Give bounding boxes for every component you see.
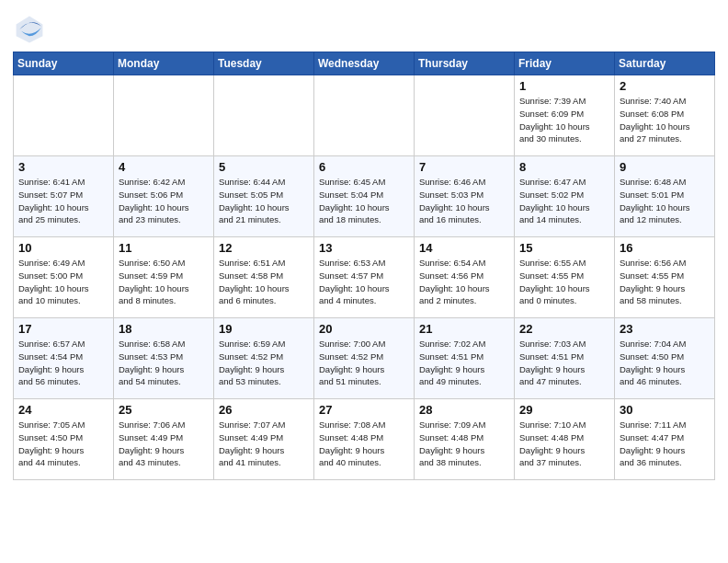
- day-number: 1: [519, 79, 609, 93]
- day-info: Sunrise: 6:49 AM Sunset: 5:00 PM Dayligh…: [18, 257, 108, 307]
- day-info: Sunrise: 7:39 AM Sunset: 6:09 PM Dayligh…: [519, 95, 609, 145]
- day-info: Sunrise: 6:47 AM Sunset: 5:02 PM Dayligh…: [519, 176, 609, 226]
- calendar-week-row: 10Sunrise: 6:49 AM Sunset: 5:00 PM Dayli…: [14, 237, 715, 318]
- calendar-cell: 18Sunrise: 6:58 AM Sunset: 4:53 PM Dayli…: [114, 318, 214, 399]
- calendar-cell: [314, 75, 415, 156]
- day-info: Sunrise: 6:48 AM Sunset: 5:01 PM Dayligh…: [620, 176, 710, 226]
- calendar-cell: [14, 75, 114, 156]
- header: [13, 9, 715, 46]
- calendar-cell: 2Sunrise: 7:40 AM Sunset: 6:08 PM Daylig…: [615, 75, 715, 156]
- day-info: Sunrise: 7:40 AM Sunset: 6:08 PM Dayligh…: [620, 95, 710, 145]
- day-number: 15: [519, 241, 609, 255]
- day-number: 4: [119, 160, 209, 174]
- calendar-cell: 27Sunrise: 7:08 AM Sunset: 4:48 PM Dayli…: [314, 399, 415, 480]
- day-number: 27: [319, 403, 409, 417]
- day-info: Sunrise: 6:45 AM Sunset: 5:04 PM Dayligh…: [319, 176, 409, 226]
- day-number: 10: [18, 241, 108, 255]
- day-info: Sunrise: 7:02 AM Sunset: 4:51 PM Dayligh…: [419, 338, 509, 388]
- calendar-cell: 22Sunrise: 7:03 AM Sunset: 4:51 PM Dayli…: [515, 318, 615, 399]
- calendar-cell: 10Sunrise: 6:49 AM Sunset: 5:00 PM Dayli…: [14, 237, 114, 318]
- day-number: 13: [319, 241, 409, 255]
- day-number: 24: [18, 403, 108, 417]
- day-number: 11: [119, 241, 209, 255]
- day-info: Sunrise: 6:57 AM Sunset: 4:54 PM Dayligh…: [18, 338, 108, 388]
- day-number: 6: [319, 160, 409, 174]
- day-info: Sunrise: 7:08 AM Sunset: 4:48 PM Dayligh…: [319, 419, 409, 469]
- calendar-cell: 4Sunrise: 6:42 AM Sunset: 5:06 PM Daylig…: [114, 156, 214, 237]
- calendar-cell: [214, 75, 314, 156]
- day-number: 22: [519, 322, 609, 336]
- day-of-week-header: Sunday: [14, 52, 114, 75]
- day-of-week-header: Wednesday: [314, 52, 415, 75]
- calendar-cell: [114, 75, 214, 156]
- calendar-cell: 21Sunrise: 7:02 AM Sunset: 4:51 PM Dayli…: [415, 318, 515, 399]
- day-number: 16: [620, 241, 710, 255]
- calendar-cell: 12Sunrise: 6:51 AM Sunset: 4:58 PM Dayli…: [214, 237, 314, 318]
- day-number: 21: [419, 322, 509, 336]
- calendar-body: 1Sunrise: 7:39 AM Sunset: 6:09 PM Daylig…: [14, 75, 715, 480]
- calendar: SundayMondayTuesdayWednesdayThursdayFrid…: [13, 52, 715, 480]
- day-number: 5: [219, 160, 309, 174]
- calendar-week-row: 1Sunrise: 7:39 AM Sunset: 6:09 PM Daylig…: [14, 75, 715, 156]
- day-info: Sunrise: 6:53 AM Sunset: 4:57 PM Dayligh…: [319, 257, 409, 307]
- day-info: Sunrise: 7:05 AM Sunset: 4:50 PM Dayligh…: [18, 419, 108, 469]
- day-of-week-header: Tuesday: [214, 52, 314, 75]
- day-number: 23: [620, 322, 710, 336]
- calendar-cell: 8Sunrise: 6:47 AM Sunset: 5:02 PM Daylig…: [515, 156, 615, 237]
- day-info: Sunrise: 6:46 AM Sunset: 5:03 PM Dayligh…: [419, 176, 509, 226]
- calendar-cell: 3Sunrise: 6:41 AM Sunset: 5:07 PM Daylig…: [14, 156, 114, 237]
- calendar-cell: 17Sunrise: 6:57 AM Sunset: 4:54 PM Dayli…: [14, 318, 114, 399]
- day-number: 12: [219, 241, 309, 255]
- day-number: 9: [620, 160, 710, 174]
- day-info: Sunrise: 7:06 AM Sunset: 4:49 PM Dayligh…: [119, 419, 209, 469]
- page: SundayMondayTuesdayWednesdayThursdayFrid…: [0, 0, 728, 563]
- calendar-cell: 30Sunrise: 7:11 AM Sunset: 4:47 PM Dayli…: [615, 399, 715, 480]
- day-of-week-header: Saturday: [615, 52, 715, 75]
- day-of-week-header: Thursday: [415, 52, 515, 75]
- day-number: 30: [620, 403, 710, 417]
- calendar-cell: 26Sunrise: 7:07 AM Sunset: 4:49 PM Dayli…: [214, 399, 314, 480]
- day-number: 19: [219, 322, 309, 336]
- day-info: Sunrise: 7:09 AM Sunset: 4:48 PM Dayligh…: [419, 419, 509, 469]
- day-number: 2: [620, 79, 710, 93]
- calendar-cell: 13Sunrise: 6:53 AM Sunset: 4:57 PM Dayli…: [314, 237, 415, 318]
- day-info: Sunrise: 6:54 AM Sunset: 4:56 PM Dayligh…: [419, 257, 509, 307]
- calendar-cell: 28Sunrise: 7:09 AM Sunset: 4:48 PM Dayli…: [415, 399, 515, 480]
- day-info: Sunrise: 6:59 AM Sunset: 4:52 PM Dayligh…: [219, 338, 309, 388]
- calendar-cell: 29Sunrise: 7:10 AM Sunset: 4:48 PM Dayli…: [515, 399, 615, 480]
- day-info: Sunrise: 7:10 AM Sunset: 4:48 PM Dayligh…: [519, 419, 609, 469]
- day-of-week-header: Friday: [515, 52, 615, 75]
- day-number: 17: [18, 322, 108, 336]
- calendar-cell: 14Sunrise: 6:54 AM Sunset: 4:56 PM Dayli…: [415, 237, 515, 318]
- calendar-header: SundayMondayTuesdayWednesdayThursdayFrid…: [14, 52, 715, 75]
- calendar-cell: 11Sunrise: 6:50 AM Sunset: 4:59 PM Dayli…: [114, 237, 214, 318]
- calendar-cell: 7Sunrise: 6:46 AM Sunset: 5:03 PM Daylig…: [415, 156, 515, 237]
- day-info: Sunrise: 6:42 AM Sunset: 5:06 PM Dayligh…: [119, 176, 209, 226]
- day-info: Sunrise: 6:58 AM Sunset: 4:53 PM Dayligh…: [119, 338, 209, 388]
- calendar-cell: 23Sunrise: 7:04 AM Sunset: 4:50 PM Dayli…: [615, 318, 715, 399]
- day-info: Sunrise: 6:51 AM Sunset: 4:58 PM Dayligh…: [219, 257, 309, 307]
- calendar-cell: 16Sunrise: 6:56 AM Sunset: 4:55 PM Dayli…: [615, 237, 715, 318]
- day-info: Sunrise: 7:11 AM Sunset: 4:47 PM Dayligh…: [620, 419, 710, 469]
- day-info: Sunrise: 6:50 AM Sunset: 4:59 PM Dayligh…: [119, 257, 209, 307]
- day-number: 20: [319, 322, 409, 336]
- day-number: 25: [119, 403, 209, 417]
- day-info: Sunrise: 7:00 AM Sunset: 4:52 PM Dayligh…: [319, 338, 409, 388]
- day-number: 14: [419, 241, 509, 255]
- svg-marker-0: [17, 17, 43, 43]
- calendar-week-row: 3Sunrise: 6:41 AM Sunset: 5:07 PM Daylig…: [14, 156, 715, 237]
- day-info: Sunrise: 6:44 AM Sunset: 5:05 PM Dayligh…: [219, 176, 309, 226]
- calendar-cell: 9Sunrise: 6:48 AM Sunset: 5:01 PM Daylig…: [615, 156, 715, 237]
- day-info: Sunrise: 7:04 AM Sunset: 4:50 PM Dayligh…: [620, 338, 710, 388]
- day-number: 29: [519, 403, 609, 417]
- day-number: 7: [419, 160, 509, 174]
- day-number: 8: [519, 160, 609, 174]
- calendar-cell: 1Sunrise: 7:39 AM Sunset: 6:09 PM Daylig…: [515, 75, 615, 156]
- calendar-week-row: 17Sunrise: 6:57 AM Sunset: 4:54 PM Dayli…: [14, 318, 715, 399]
- calendar-cell: [415, 75, 515, 156]
- day-number: 18: [119, 322, 209, 336]
- day-info: Sunrise: 7:07 AM Sunset: 4:49 PM Dayligh…: [219, 419, 309, 469]
- logo-icon: [13, 13, 46, 46]
- calendar-cell: 15Sunrise: 6:55 AM Sunset: 4:55 PM Dayli…: [515, 237, 615, 318]
- logo: [13, 13, 50, 46]
